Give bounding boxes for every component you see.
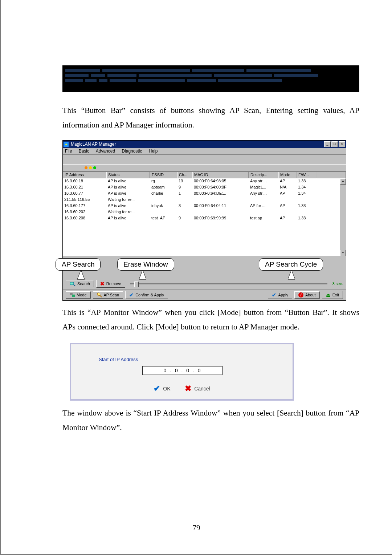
search-label: Search [77,281,90,286]
table-row[interactable]: 16.3.60.177AP is aliveinhyuk300:00:F0:64… [63,203,340,209]
scrollbar[interactable]: ▲ ▼ [340,178,346,256]
cancel-button[interactable]: ✖ Cancel [185,384,210,393]
menu-advanced[interactable]: Advanced [96,149,115,154]
start-ip-label: Start of IP Address [99,357,285,362]
search-toolbar: Search ✖ Remove 3 sec. [63,278,346,289]
slider-thumb-icon[interactable] [134,281,139,287]
paragraph-1: This “Button Bar” consists of buttons sh… [62,103,359,132]
col-mode[interactable]: Mode [278,172,297,178]
check-icon: ✔ [154,384,160,393]
cycle-value: 3 sec. [332,281,343,286]
window-title: MagicLAN AP Manager [71,142,323,147]
apscan-button[interactable]: AP Scan [93,291,123,299]
confirm-label: Confirm & Apply [135,293,164,297]
table-row[interactable]: 16.3.60.202Waiting for re... [63,209,340,215]
dot-icon [93,166,96,169]
table-row[interactable]: 16.3.60.77AP is alivecharlie100:00:F0:64… [63,191,340,197]
callout-pointer-icon [77,270,85,281]
about-label: About [305,293,316,297]
col-desc[interactable]: Descrip... [249,172,278,178]
confirm-apply-button[interactable]: ✔ Confirm & Apply [125,291,168,299]
apply-button[interactable]: ✔ Apply [268,291,292,299]
menu-basic[interactable]: Basic [79,149,89,154]
mode-label: Mode [77,293,87,297]
check-icon: ✔ [129,292,134,298]
minimize-button[interactable]: _ [324,141,331,147]
exit-label: Exit [332,293,339,297]
ip-input[interactable]: 0 . 0 . 0 . 0 [142,366,223,375]
x-icon: ✖ [100,281,105,287]
callout-ap-search: AP Search [56,258,101,271]
info-icon: i [298,292,303,297]
exit-button[interactable]: ⏏ Exit [322,291,343,299]
svg-point-4 [97,293,100,296]
menu-help[interactable]: Help [149,149,158,154]
app-icon: ✦ [64,142,69,147]
check-icon: ✔ [272,292,276,298]
callout-pointer-icon [139,270,146,281]
col-ip[interactable]: IP Address [63,172,106,178]
menu-diagnostic[interactable]: Diagnostic [122,149,142,154]
callout-pointer-icon [288,270,295,281]
exit-icon: ⏏ [326,292,331,298]
scroll-down-icon[interactable]: ▼ [340,250,346,256]
callout-search-cycle: AP Search Cycle [259,258,323,271]
table-row[interactable]: 16.3.60.208AP is alivetest_AP900:00:F0:6… [63,215,340,222]
menubar: File Basic Advanced Diagnostic Help [63,148,346,155]
search-button[interactable]: Search [66,280,94,287]
col-essid[interactable]: ESSID [150,172,177,178]
x-icon: ✖ [185,384,191,393]
paragraph-3: The window above is “Start IP Address Wi… [62,406,359,435]
apply-label: Apply [278,293,288,297]
bottom-toolbar: Mode AP Scan ✔ Confirm & Apply ✔ Apply i… [63,289,346,300]
col-ch[interactable]: Ch... [177,172,192,178]
ok-button[interactable]: ✔ OK [154,384,170,393]
table-row[interactable]: 16.3.60.18AP is aliverg1300:00:F0:64:98:… [63,178,340,185]
col-mac[interactable]: MAC ID [192,172,249,178]
scroll-up-icon[interactable]: ▲ [340,178,346,185]
cancel-label: Cancel [194,386,210,392]
search-icon [70,281,75,286]
mode-icon [70,292,75,297]
col-status[interactable]: Status [106,172,150,178]
dot-icon [89,166,92,169]
maximize-button[interactable]: □ [331,141,338,147]
remove-button[interactable]: ✖ Remove [96,280,125,288]
paragraph-2: This is “AP Monitor Window” when you cli… [62,305,359,334]
table-row[interactable]: 211.55.118.55Waiting for re... [63,197,340,203]
svg-line-5 [100,295,102,297]
apscan-label: AP Scan [104,293,119,297]
table-row[interactable]: 16.3.60.21AP is aliveapteam900:00:F0:64:… [63,185,340,191]
dot-icon [85,166,87,169]
svg-rect-0 [70,282,74,285]
ap-manager-window: ✦ MagicLAN AP Manager _ □ × File Basic A… [62,140,346,301]
titlebar: ✦ MagicLAN AP Manager _ □ × [63,141,346,148]
ok-label: OK [163,386,170,392]
magnifier-icon [97,292,102,297]
menu-file[interactable]: File [65,149,72,154]
callout-erase-window: Erase Window [117,258,174,271]
svg-rect-3 [72,295,75,297]
page-number: 79 [1,523,392,532]
search-cycle-slider[interactable] [127,283,330,284]
about-button[interactable]: i About [294,291,320,299]
remove-label: Remove [106,281,121,286]
table-header: IP Address Status ESSID Ch... MAC ID Des… [63,172,346,178]
button-bar-screenshot [62,65,359,92]
mode-button[interactable]: Mode [66,291,91,299]
start-ip-dialog: Start of IP Address 0 . 0 . 0 . 0 ✔ OK ✖… [70,343,294,401]
close-button[interactable]: × [339,141,345,147]
col-fw[interactable]: F/W... [297,172,317,178]
indicator-bar [63,164,346,171]
svg-line-1 [74,285,75,286]
